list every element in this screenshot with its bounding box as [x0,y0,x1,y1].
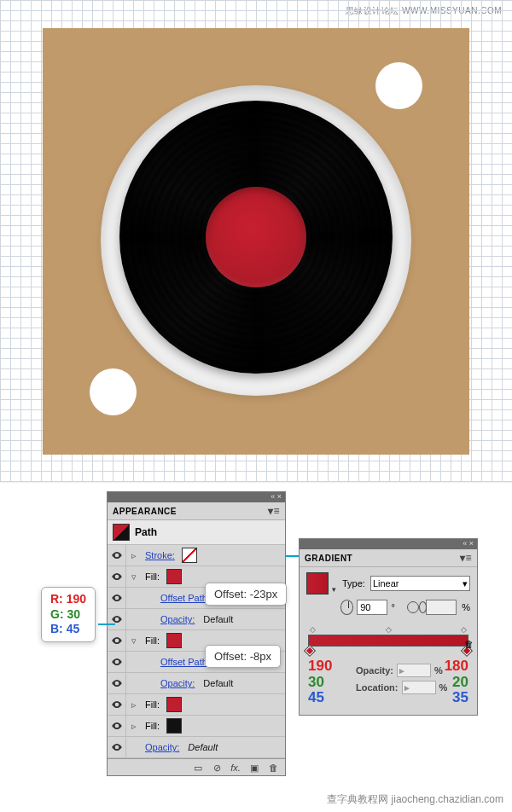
fx-icon[interactable]: fx. [229,761,242,774]
location-field-label: Location: [356,682,399,693]
target-name: Path [135,526,157,538]
fill-swatch[interactable] [166,569,182,584]
panel-drag-bar[interactable]: « × [108,492,285,502]
gradient-stop-left[interactable] [304,645,316,657]
opacity-label[interactable]: Opacity: [142,742,183,752]
ratio-input[interactable] [426,600,457,615]
stroke-row[interactable]: ▹ Stroke: [108,545,285,566]
offset-path-link[interactable]: Offset Path [157,657,211,667]
visibility-toggle[interactable] [108,716,126,736]
percent-label: % [434,665,443,676]
opacity-row-2[interactable]: Opacity: Default [108,673,285,694]
opacity-value: Default [203,678,233,688]
visibility-toggle[interactable] [108,694,126,715]
fill-row-3[interactable]: ▹ Fill: [108,694,285,716]
b-value: B: 45 [50,622,86,637]
chevron-down-icon: ▾ [463,578,468,589]
percent-label: % [462,602,470,612]
panel-drag-bar[interactable]: « × [300,539,477,549]
bottom-watermark: 查字典教程网 jiaocheng.chazidian.com [327,792,503,807]
visibility-toggle[interactable] [108,630,126,651]
stroke-label[interactable]: Stroke: [142,550,178,560]
left-r: 190 [308,658,332,675]
appearance-title: APPEARANCE [113,507,177,516]
fill-label: Fill: [142,635,163,646]
angle-dial[interactable] [340,600,353,615]
percent-label: % [439,682,448,693]
expand-icon[interactable]: ▹ [126,550,142,561]
duplicate-icon[interactable]: ▣ [247,761,261,774]
opacity-stop-icon[interactable]: ◇ [310,625,316,634]
no-stroke-swatch[interactable] [182,548,197,563]
visibility-toggle[interactable] [108,566,126,587]
panel-collapse-icon[interactable]: « × [463,539,474,548]
g-value: G: 30 [50,607,86,623]
aspect-ratio-icon[interactable] [407,601,422,613]
target-thumbnail [113,524,130,541]
visibility-toggle[interactable] [108,673,126,693]
gradient-type-select[interactable]: Linear ▾ [370,576,470,591]
visibility-toggle[interactable] [108,609,126,629]
offset-callout-2: Offset: -8px [205,645,281,668]
new-art-icon[interactable]: ▭ [191,761,205,774]
gradient-type-value: Linear [373,578,399,589]
panels-area: « × APPEARANCE ▾≡ Path ▹ Stroke: ▿ Fill:… [0,482,512,812]
gradient-title: GRADIENT [305,554,352,563]
panel-menu-icon[interactable]: ▾≡ [268,505,280,517]
appearance-footer: ▭ ⊘ fx. ▣ 🗑 [108,758,285,775]
gradient-ramp[interactable] [308,635,468,647]
appearance-target-row[interactable]: Path [108,520,285,545]
visibility-toggle[interactable] [108,652,126,672]
opacity-row-3[interactable]: Opacity: Default [108,737,285,758]
right-r: 180 [445,658,468,675]
fill-label: Fill: [142,699,163,710]
appearance-panel[interactable]: « × APPEARANCE ▾≡ Path ▹ Stroke: ▿ Fill:… [107,491,286,776]
angle-value: 90 [360,602,370,612]
peg-bottom-left [90,368,137,415]
gradient-panel[interactable]: « × GRADIENT ▾≡ Type: Linear ▾ 90 ° % [299,538,478,716]
visibility-toggle[interactable] [108,545,126,566]
midpoint-icon[interactable]: ◇ [386,625,392,634]
fill-row-4[interactable]: ▹ Fill: [108,716,285,737]
opacity-row-1[interactable]: Opacity: Default [108,609,285,630]
fill-swatch[interactable] [166,633,182,648]
fill-swatch[interactable] [166,718,182,734]
opacity-field-label: Opacity: [356,665,393,676]
gradient-field-column: Opacity: ▸ % Location: ▸ % [356,664,447,694]
appearance-panel-header: APPEARANCE ▾≡ [108,502,285,520]
offset-callout-1: Offset: -23px [205,583,287,606]
left-b: 45 [308,690,332,706]
degree-icon: ° [391,602,394,612]
clear-icon[interactable]: ⊘ [210,761,224,774]
opacity-field[interactable]: ▸ [397,664,431,677]
gradient-preview-swatch[interactable] [306,572,329,594]
rgb-callout: R: 190 G: 30 B: 45 [41,587,96,642]
panel-collapse-icon[interactable]: « × [271,492,282,501]
fill-swatch[interactable] [166,697,182,712]
location-field[interactable]: ▸ [402,681,436,694]
panel-menu-icon[interactable]: ▾≡ [460,552,472,564]
fill-label: Fill: [142,721,163,731]
visibility-toggle[interactable] [108,588,126,608]
right-g: 20 [445,675,468,691]
offset-path-link[interactable]: Offset Path [157,593,211,603]
visibility-toggle[interactable] [108,737,126,757]
trash-icon[interactable]: 🗑 [266,761,280,774]
left-g: 30 [308,675,332,691]
delete-stop-icon[interactable]: 🗑 [464,639,474,649]
canvas-grid [0,0,512,482]
expand-icon[interactable]: ▿ [126,635,142,647]
angle-input[interactable]: 90 [357,600,387,615]
opacity-stop-icon[interactable]: ◇ [461,625,467,634]
expand-icon[interactable]: ▿ [126,571,142,583]
peg-top-right [375,62,422,109]
opacity-label[interactable]: Opacity: [157,678,198,688]
opacity-label[interactable]: Opacity: [157,614,198,624]
expand-icon[interactable]: ▹ [126,699,142,710]
leader-line [286,555,300,557]
expand-icon[interactable]: ▹ [126,721,142,732]
right-b: 35 [445,690,468,706]
opacity-value: Default [203,614,233,624]
leader-line [98,624,115,625]
vinyl-record[interactable] [119,101,393,374]
